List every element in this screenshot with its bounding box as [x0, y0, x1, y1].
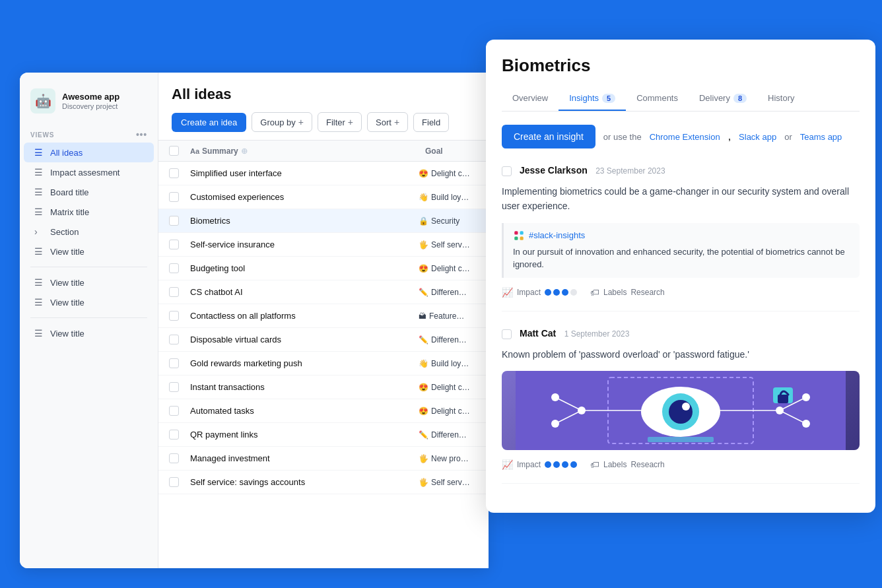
create-insight-row: Create an insight or use the Chrome Exte… [502, 125, 860, 148]
table-row[interactable]: Self-service insurance 🖐Self serv… [158, 233, 489, 257]
row-checkbox[interactable] [169, 406, 179, 416]
row-goal: ✏️Differen… [419, 335, 478, 344]
table-row[interactable]: Managed investment 🖐New pro… [158, 447, 489, 471]
list-icon: ☰ [34, 328, 45, 339]
table-row[interactable]: CS chatbot AI ✏️Differen… [158, 280, 489, 304]
row-checkbox[interactable] [169, 263, 179, 273]
table-row[interactable]: Instant transactions 😍Delight c… [158, 376, 489, 399]
row-checkbox[interactable] [169, 192, 179, 202]
table-row-biometrics[interactable]: Biometrics 🔒Security [158, 209, 489, 233]
slack-icon [513, 230, 525, 242]
insight-checkbox-1[interactable] [502, 166, 512, 176]
insight-author-1: Jesse Clarkson [520, 165, 588, 176]
tab-comments[interactable]: Comments [626, 86, 689, 111]
dot [562, 289, 568, 296]
sidebar-item-matrix-title[interactable]: ☰ Matrix title [24, 202, 154, 222]
list-icon: ☰ [34, 147, 45, 158]
row-checkbox[interactable] [169, 358, 179, 368]
create-idea-button[interactable]: Create an idea [172, 113, 246, 132]
sidebar-item-view-title-2[interactable]: ☰ View title [24, 273, 154, 292]
table-row[interactable]: Self service: savings accounts 🖐Self ser… [158, 471, 489, 494]
row-checkbox[interactable] [169, 168, 179, 178]
insight-checkbox-2[interactable] [502, 329, 512, 339]
row-summary: Gold rewards marketing push [190, 358, 413, 368]
sidebar-divider-1 [30, 267, 147, 267]
slack-channel-name-1[interactable]: #slack-insights [529, 230, 585, 240]
tab-history[interactable]: History [757, 86, 805, 111]
row-checkbox[interactable] [169, 477, 179, 487]
list-icon: ☰ [34, 246, 45, 257]
labels-item-2: 🏷 Labels Reseacrh [590, 459, 665, 470]
row-summary: Disposable virtual cards [190, 335, 413, 344]
table-row[interactable]: QR payment links ✏️Differen… [158, 423, 489, 447]
table-row[interactable]: Gold rewards marketing push 👋Build loy… [158, 352, 489, 376]
ideas-toolbar: Create an idea Group by + Filter + Sort … [172, 112, 475, 132]
sidebar-item-all-ideas[interactable]: ☰ All ideas [24, 143, 154, 162]
slack-channel-1: #slack-insights [513, 230, 850, 242]
svg-rect-2 [514, 236, 518, 240]
row-goal: ✏️Differen… [419, 430, 478, 440]
table-row[interactable]: Simplified user interface 😍Delight c… [158, 162, 489, 185]
select-all-checkbox[interactable] [169, 146, 179, 156]
table-row[interactable]: Automated tasks 😍Delight c… [158, 399, 489, 423]
row-summary: CS chatbot AI [190, 287, 413, 297]
tab-delivery[interactable]: Delivery 8 [689, 86, 757, 111]
slack-quote-1: #slack-insights In our pursuit of innova… [502, 223, 860, 278]
row-goal: 🖐Self serv… [419, 478, 478, 487]
chrome-extension-link[interactable]: Chrome Extension [650, 132, 720, 142]
row-checkbox[interactable] [169, 335, 179, 344]
detail-header: Biometrics Overview Insights 5 Comments … [486, 40, 875, 112]
insight-date-1: 23 September 2023 [595, 166, 665, 176]
tab-insights[interactable]: Insights 5 [559, 86, 626, 111]
app-header: 🤖 Awesome app Discovery project [20, 83, 158, 124]
sidebar-item-section[interactable]: › Section [24, 222, 154, 242]
sort-arrow-icon: ⊕ [241, 147, 248, 156]
sidebar-item-view-title-1[interactable]: ☰ View title [24, 242, 154, 261]
app-subtitle: Discovery project [62, 102, 119, 110]
create-insight-button[interactable]: Create an insight [502, 125, 595, 148]
table-row[interactable]: Customised experiences 👋Build loy… [158, 185, 489, 209]
ideas-title: All ideas [172, 86, 475, 103]
tab-overview[interactable]: Overview [502, 86, 559, 111]
slack-app-link[interactable]: Slack app [739, 132, 776, 142]
filter-button[interactable]: Filter + [318, 112, 362, 132]
fields-button[interactable]: Field [413, 113, 449, 132]
sidebar-item-view-title-4[interactable]: ☰ View title [24, 323, 154, 343]
row-checkbox[interactable] [169, 240, 179, 249]
table-row[interactable]: Budgeting tool 😍Delight c… [158, 257, 489, 280]
chevron-right-icon: › [34, 226, 45, 237]
row-checkbox[interactable] [169, 430, 179, 440]
filter-plus-icon: + [348, 117, 353, 127]
svg-rect-1 [520, 231, 524, 234]
insight-image [502, 371, 860, 450]
sort-plus-icon: + [394, 117, 399, 127]
row-summary: Budgeting tool [190, 263, 413, 273]
app-icon: 🤖 [30, 88, 55, 114]
row-summary: Managed investment [190, 453, 413, 463]
table-row[interactable]: Disposable virtual cards ✏️Differen… [158, 328, 489, 352]
group-by-button[interactable]: Group by + [252, 112, 312, 132]
labels-value-1: Research [630, 288, 664, 297]
sidebar-item-board-title[interactable]: ☰ Board title [24, 182, 154, 202]
table-row[interactable]: Contactless on all platforms 🏔Feature… [158, 304, 489, 328]
sidebar-item-impact-assessment[interactable]: ☰ Impact assesment [24, 162, 154, 182]
list-icon: ☰ [34, 297, 45, 308]
teams-app-link[interactable]: Teams app [800, 132, 842, 142]
row-checkbox[interactable] [169, 311, 179, 321]
dot-empty [570, 289, 577, 296]
slack-text-1: In our pursuit of innovation and enhance… [513, 245, 850, 271]
dot [553, 461, 560, 468]
views-menu-button[interactable]: ••• [136, 129, 147, 140]
svg-rect-23 [778, 395, 788, 403]
tag-icon-2: 🏷 [590, 459, 599, 470]
sort-button[interactable]: Sort + [367, 112, 408, 132]
group-by-plus-icon: + [298, 117, 304, 127]
header-summary-col: Aa Summary ⊕ [190, 147, 420, 156]
detail-panel: Biometrics Overview Insights 5 Comments … [486, 40, 875, 513]
row-checkbox[interactable] [169, 453, 179, 463]
row-summary: Self service: savings accounts [190, 477, 413, 487]
row-checkbox[interactable] [169, 287, 179, 297]
sidebar-item-view-title-3[interactable]: ☰ View title [24, 292, 154, 312]
row-checkbox[interactable] [169, 382, 179, 392]
row-checkbox[interactable] [169, 216, 179, 226]
